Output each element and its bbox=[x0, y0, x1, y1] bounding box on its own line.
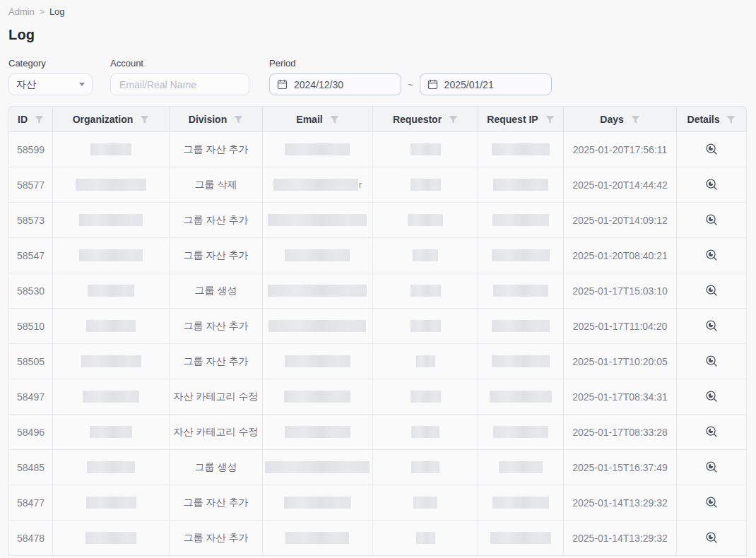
log-id-cell: 58478 bbox=[8, 521, 53, 556]
requestor-cell bbox=[373, 415, 478, 450]
category-select[interactable]: 자산 bbox=[8, 73, 93, 95]
redacted-organization bbox=[87, 461, 135, 473]
division-cell: 그룹 자산 추가 bbox=[170, 132, 263, 167]
redacted-requestor bbox=[416, 355, 435, 367]
days-cell: 2025-01-17T08:34:31 bbox=[564, 379, 677, 415]
redacted-organization bbox=[79, 249, 143, 261]
filter-funnel-icon[interactable] bbox=[631, 115, 640, 124]
redacted-request-ip bbox=[492, 497, 549, 509]
filter-funnel-icon[interactable] bbox=[140, 115, 149, 124]
details-button[interactable] bbox=[703, 494, 721, 511]
redacted-requestor bbox=[408, 214, 443, 226]
organization-cell bbox=[53, 309, 170, 344]
log-page: Admin > Log Log Category 자산 Account Peri… bbox=[0, 0, 756, 556]
column-header-request_ip[interactable]: Request IP bbox=[478, 106, 564, 132]
division-cell: 그룹 자산 추가 bbox=[170, 485, 263, 521]
account-input[interactable] bbox=[110, 73, 249, 95]
redacted-organization bbox=[76, 179, 146, 191]
request-ip-cell bbox=[478, 521, 564, 556]
redacted-email bbox=[285, 355, 350, 367]
log-id-cell: 58477 bbox=[8, 485, 53, 521]
details-button[interactable] bbox=[703, 317, 721, 335]
redacted-requestor bbox=[413, 249, 438, 261]
request-ip-cell bbox=[478, 415, 564, 450]
redacted-email bbox=[285, 426, 350, 438]
details-cell bbox=[677, 238, 747, 273]
filter-funnel-icon[interactable] bbox=[330, 115, 339, 124]
redacted-requestor bbox=[411, 391, 441, 403]
requestor-cell bbox=[373, 273, 478, 309]
column-header-email[interactable]: Email bbox=[263, 106, 373, 132]
filter-funnel-icon[interactable] bbox=[449, 115, 458, 124]
filter-funnel-icon[interactable] bbox=[545, 115, 555, 124]
details-button[interactable] bbox=[703, 423, 721, 441]
details-cell bbox=[677, 167, 747, 203]
email-cell bbox=[263, 379, 373, 415]
email-cell bbox=[263, 273, 373, 309]
account-field-group: Account bbox=[110, 58, 249, 95]
redacted-request-ip bbox=[490, 391, 552, 403]
details-cell bbox=[677, 415, 747, 450]
table-row: 58547 그룹 자산 추가 2025-01-20T08:40:21 bbox=[8, 238, 747, 273]
redacted-organization bbox=[90, 143, 131, 155]
details-button[interactable] bbox=[703, 388, 721, 405]
redacted-email bbox=[268, 320, 366, 332]
redacted-request-ip bbox=[493, 285, 548, 297]
details-button[interactable] bbox=[703, 211, 721, 229]
details-button[interactable] bbox=[703, 458, 721, 476]
category-label: Category bbox=[8, 58, 93, 69]
details-button[interactable] bbox=[703, 529, 721, 547]
days-cell: 2025-01-20T14:09:12 bbox=[564, 203, 677, 238]
table-row: 58573 그룹 자산 추가 2025-01-20T14:09:12 bbox=[8, 203, 747, 238]
redacted-request-ip bbox=[492, 320, 550, 332]
details-button[interactable] bbox=[703, 141, 721, 158]
period-end-value: 2025/01/21 bbox=[444, 79, 494, 90]
breadcrumb-admin[interactable]: Admin bbox=[8, 6, 35, 17]
category-field: Category 자산 bbox=[8, 58, 93, 95]
details-button[interactable] bbox=[703, 247, 721, 264]
log-id-cell: 58510 bbox=[8, 309, 53, 344]
redacted-requestor bbox=[411, 285, 441, 297]
redacted-organization bbox=[90, 426, 132, 438]
redacted-request-ip bbox=[493, 179, 548, 191]
redacted-requestor bbox=[413, 497, 437, 509]
log-id-cell: 58547 bbox=[8, 238, 53, 273]
filter-funnel-icon[interactable] bbox=[726, 115, 736, 124]
column-header-days[interactable]: Days bbox=[564, 106, 677, 132]
table-header-row: ID Organization Division Email bbox=[8, 106, 747, 132]
redacted-request-ip bbox=[492, 143, 550, 155]
log-id-cell: 58485 bbox=[8, 450, 53, 485]
details-button[interactable] bbox=[703, 352, 721, 370]
request-ip-cell bbox=[478, 132, 564, 167]
page-title: Log bbox=[8, 27, 747, 43]
filter-bar: Category 자산 Account Period bbox=[8, 58, 747, 95]
organization-cell bbox=[53, 273, 170, 309]
details-button[interactable] bbox=[703, 282, 721, 299]
requestor-cell bbox=[373, 309, 478, 344]
details-cell bbox=[677, 344, 747, 379]
column-header-details[interactable]: Details bbox=[677, 106, 747, 132]
details-cell bbox=[677, 450, 747, 485]
redacted-email bbox=[268, 285, 367, 297]
redacted-request-ip bbox=[493, 426, 548, 438]
period-start-input[interactable]: 2024/12/30 bbox=[269, 73, 401, 95]
redacted-requestor bbox=[411, 426, 439, 438]
chevron-down-icon bbox=[79, 83, 85, 86]
breadcrumb: Admin > Log bbox=[8, 6, 747, 17]
division-cell: 자산 카테고리 수정 bbox=[170, 379, 263, 415]
column-header-division[interactable]: Division bbox=[170, 106, 263, 132]
period-end-input[interactable]: 2025/01/21 bbox=[420, 73, 552, 95]
log-id-cell: 58599 bbox=[8, 132, 53, 167]
details-button[interactable] bbox=[703, 176, 721, 194]
details-cell bbox=[677, 132, 747, 167]
column-header-id[interactable]: ID bbox=[8, 106, 53, 132]
table-row: 58505 그룹 자산 추가 2025-01-17T10:20:05 bbox=[8, 344, 747, 379]
redacted-organization bbox=[79, 214, 143, 226]
requestor-cell bbox=[373, 379, 478, 415]
filter-funnel-icon[interactable] bbox=[35, 115, 44, 124]
email-cell: r bbox=[263, 167, 373, 203]
column-header-organization[interactable]: Organization bbox=[53, 106, 170, 132]
filter-funnel-icon[interactable] bbox=[234, 115, 243, 124]
redacted-organization bbox=[85, 532, 136, 544]
column-header-requestor[interactable]: Requestor bbox=[373, 106, 478, 132]
